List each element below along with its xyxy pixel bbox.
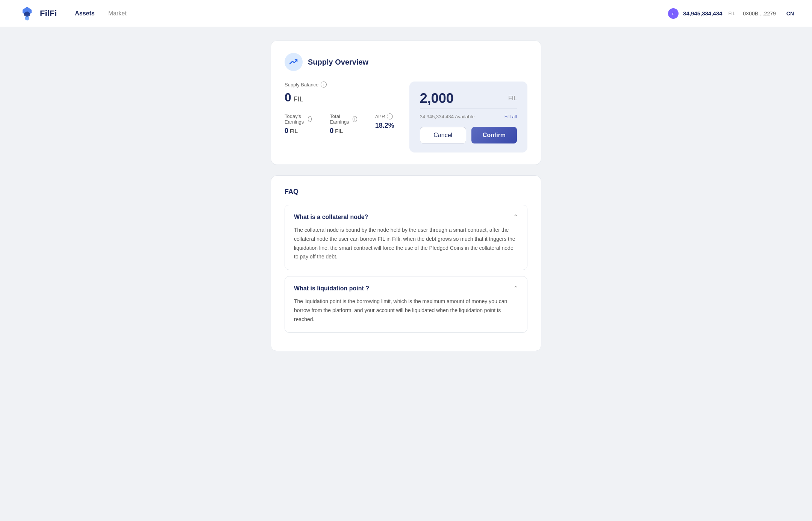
available-text: 34,945,334,434 Available — [420, 114, 475, 119]
faq-answer-2: The liquidation point is the borrowing l… — [294, 297, 518, 324]
available-row: 34,945,334,434 Available Fill all — [420, 114, 517, 119]
navbar: FilFi Assets Market F 34,945,334,434 FIL… — [0, 0, 812, 27]
faq-title: FAQ — [285, 188, 527, 196]
apr-label: APR i — [375, 113, 394, 119]
supply-overview-card: Supply Overview Supply Balance i 0FIL To… — [271, 41, 541, 165]
faq-question-row-1: What is a collateral node? ⌃ — [294, 213, 518, 220]
chevron-up-icon-2[interactable]: ⌃ — [513, 285, 518, 292]
total-earnings-item: Total Earnings i 0FIL — [330, 113, 357, 135]
supply-balance-value: 0FIL — [285, 91, 394, 104]
supply-balance-info-icon[interactable]: i — [321, 82, 327, 88]
cancel-button[interactable]: Cancel — [420, 127, 466, 143]
total-earnings-info-icon[interactable]: i — [353, 116, 357, 122]
wallet-fil-label: FIL — [728, 11, 735, 16]
confirm-button[interactable]: Confirm — [471, 127, 517, 143]
wallet-icon: F — [668, 8, 679, 19]
lang-selector[interactable]: CN — [786, 11, 794, 17]
logo-area: FilFi — [18, 5, 57, 23]
trend-up-icon — [289, 57, 298, 67]
total-earnings-label: Total Earnings i — [330, 113, 357, 125]
logo-text: FilFi — [40, 9, 57, 18]
card-header: Supply Overview — [285, 53, 527, 71]
faq-question-row-2: What is liquidation point ? ⌃ — [294, 285, 518, 292]
action-buttons: Cancel Confirm — [420, 127, 517, 143]
total-earnings-value: 0FIL — [330, 127, 357, 135]
faq-question-2: What is liquidation point ? — [294, 285, 369, 292]
apr-value: 18.2% — [375, 122, 394, 130]
todays-earnings-info-icon[interactable]: i — [308, 116, 312, 122]
nav-market[interactable]: Market — [108, 9, 127, 18]
faq-answer-1: The collateral node is bound by the node… — [294, 226, 518, 261]
todays-earnings-item: Today's Earnings i 0FIL — [285, 113, 312, 135]
input-unit: FIL — [508, 95, 517, 102]
faq-item-1: What is a collateral node? ⌃ The collate… — [285, 205, 527, 270]
faq-question-1: What is a collateral node? — [294, 214, 368, 220]
fill-all-button[interactable]: Fill all — [504, 114, 517, 119]
nav-assets[interactable]: Assets — [75, 9, 94, 18]
main-content: Supply Overview Supply Balance i 0FIL To… — [180, 27, 632, 365]
todays-earnings-value: 0FIL — [285, 127, 312, 135]
faq-card: FAQ What is a collateral node? ⌃ The col… — [271, 175, 541, 351]
wallet-address: 0×00B....2279 — [743, 11, 776, 17]
apr-info-icon[interactable]: i — [387, 113, 393, 119]
wallet-area: F 34,945,334,434 FIL 0×00B....2279 CN — [668, 8, 794, 19]
amount-input[interactable] — [420, 91, 505, 106]
supply-input-panel: FIL 34,945,334,434 Available Fill all Ca… — [409, 82, 527, 153]
faq-item-2: What is liquidation point ? ⌃ The liquid… — [285, 276, 527, 332]
amount-input-row: FIL — [420, 91, 517, 109]
supply-balance-label: Supply Balance i — [285, 82, 394, 88]
nav-links: Assets Market — [75, 9, 668, 18]
filfi-logo-icon — [18, 5, 36, 23]
card-title: Supply Overview — [308, 58, 368, 66]
wallet-balance: 34,945,334,434 — [683, 10, 722, 17]
svg-text:F: F — [672, 12, 674, 16]
chevron-up-icon-1[interactable]: ⌃ — [513, 213, 518, 220]
stats-row: Today's Earnings i 0FIL Total Earnings i — [285, 113, 394, 135]
todays-earnings-label: Today's Earnings i — [285, 113, 312, 125]
supply-left: Supply Balance i 0FIL Today's Earnings i… — [285, 82, 394, 135]
supply-icon-bg — [285, 53, 303, 71]
apr-item: APR i 18.2% — [375, 113, 394, 135]
supply-body: Supply Balance i 0FIL Today's Earnings i… — [285, 82, 527, 153]
